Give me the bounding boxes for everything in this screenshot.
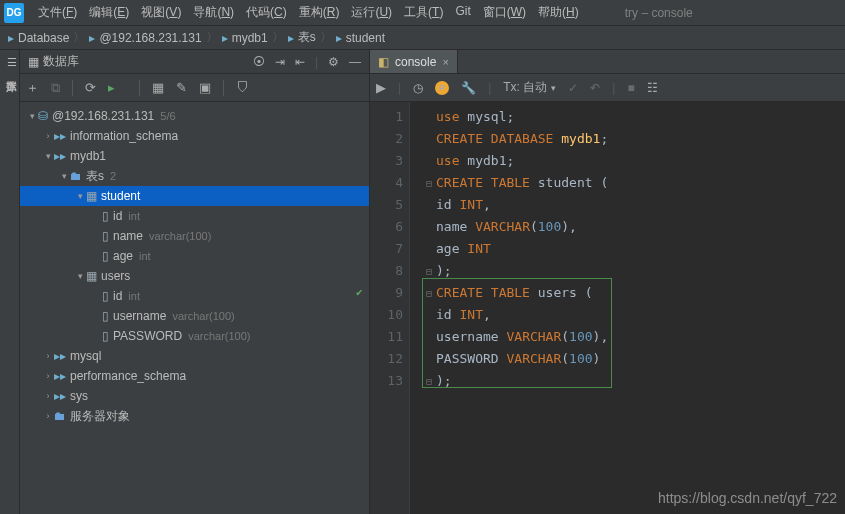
expand-icon[interactable]: ⇤: [295, 55, 305, 69]
tree-server-objects[interactable]: ›🖿服务器对象: [20, 406, 369, 426]
play-icon[interactable]: ▸: [108, 80, 115, 95]
tab-console[interactable]: ◧ console ×: [370, 50, 458, 73]
table-icon: ▸: [336, 31, 342, 45]
code-line[interactable]: ⊟age INT: [426, 238, 845, 260]
schema-icon: ▸▸: [54, 129, 66, 143]
console-icon: ◧: [378, 55, 389, 69]
refresh-icon[interactable]: ⟳: [85, 80, 96, 95]
undo-icon[interactable]: ↶: [590, 81, 600, 95]
gutter-line: 2: [370, 128, 403, 150]
tree-student[interactable]: ▾▦student: [20, 186, 369, 206]
menu-代码[interactable]: 代码(C): [240, 2, 293, 23]
wrench-icon[interactable]: 🔧: [461, 81, 476, 95]
schema-icon: ▸▸: [54, 369, 66, 383]
code-line[interactable]: ⊟name VARCHAR(100),: [426, 216, 845, 238]
gutter-line: 5: [370, 194, 403, 216]
code-line[interactable]: ⊟id INT,: [426, 194, 845, 216]
gutter-line: 13: [370, 370, 403, 392]
menu-视图[interactable]: 视图(V): [135, 2, 187, 23]
add-icon[interactable]: ＋: [26, 79, 39, 97]
fold-icon[interactable]: ⊟: [426, 376, 432, 387]
collapse-icon[interactable]: ⇥: [275, 55, 285, 69]
tree-performance-schema[interactable]: ›▸▸performance_schema: [20, 366, 369, 386]
menu-窗口[interactable]: 窗口(W): [477, 2, 532, 23]
code-line[interactable]: ⊟);: [426, 370, 845, 392]
menu-导航[interactable]: 导航(N): [187, 2, 240, 23]
watermark: https://blog.csdn.net/qyf_722: [658, 490, 837, 506]
tree-users[interactable]: ▾▦users: [20, 266, 369, 286]
schema-icon: ▸: [222, 31, 228, 45]
run-icon[interactable]: ▶: [376, 80, 386, 95]
db-icon: ▦: [28, 55, 39, 69]
menu-运行[interactable]: 运行(U): [345, 2, 398, 23]
grid-icon[interactable]: ▦: [152, 80, 164, 95]
copy-icon[interactable]: ⧉: [51, 80, 60, 96]
code-line[interactable]: ⊟CREATE TABLE student (: [426, 172, 845, 194]
crumb-mydb1[interactable]: ▸mydb1: [222, 31, 268, 45]
menu-重构[interactable]: 重构(R): [293, 2, 346, 23]
breadcrumb: ▸Database〉▸@192.168.231.131〉▸mydb1〉▸表s〉▸…: [0, 26, 845, 50]
code-line[interactable]: ⊟PASSWORD VARCHAR(100): [426, 348, 845, 370]
tree-mydb1[interactable]: ▾▸▸mydb1: [20, 146, 369, 166]
rail-db-icon: ☰: [6, 56, 18, 69]
menu-Git[interactable]: Git: [449, 2, 476, 23]
code-line[interactable]: ⊟CREATE TABLE users (: [426, 282, 845, 304]
left-rail[interactable]: ☰ 数据库: [0, 50, 20, 514]
editor-toolbar: ▶ | ◷ P 🔧 | Tx: 自动▾ ✓ ↶ | ■ ☷: [370, 74, 845, 102]
stop-icon[interactable]: ■: [627, 81, 634, 95]
fold-icon[interactable]: ⊟: [426, 288, 432, 299]
history-icon[interactable]: ◷: [413, 81, 423, 95]
fold-icon[interactable]: ⊟: [426, 178, 432, 189]
menu-帮助[interactable]: 帮助(H): [532, 2, 585, 23]
editor-body[interactable]: 12345678✔910111213 ⊟use mysql;⊟CREATE DA…: [370, 102, 845, 514]
tree-col-id[interactable]: ▯idint: [20, 206, 369, 226]
commit-icon[interactable]: ✓: [568, 81, 578, 95]
menu-文件[interactable]: 文件(F): [32, 2, 83, 23]
crumb-@192.168.231.131[interactable]: ▸@192.168.231.131: [89, 31, 201, 45]
column-icon: ▯: [102, 229, 109, 243]
panel-title: 数据库: [43, 53, 79, 70]
code-line[interactable]: ⊟use mysql;: [426, 106, 845, 128]
code-line[interactable]: ⊟);: [426, 260, 845, 282]
column-icon: ▯: [102, 209, 109, 223]
tree-sys[interactable]: ›▸▸sys: [20, 386, 369, 406]
tree-information-schema[interactable]: ›▸▸information_schema: [20, 126, 369, 146]
tree-col-id[interactable]: ▯idint: [20, 286, 369, 306]
code-area[interactable]: ⊟use mysql;⊟CREATE DATABASE mydb1;⊟use m…: [410, 102, 845, 514]
edit-icon[interactable]: ✎: [176, 80, 187, 95]
crumb-Database[interactable]: ▸Database: [8, 31, 69, 45]
database-tree[interactable]: ▾⛁@192.168.231.1315/6›▸▸information_sche…: [20, 102, 369, 514]
minimize-icon[interactable]: —: [349, 55, 361, 69]
code-line[interactable]: ⊟CREATE DATABASE mydb1;: [426, 128, 845, 150]
menu-工具[interactable]: 工具(T): [398, 2, 449, 23]
gear-icon[interactable]: ⚙: [328, 55, 339, 69]
fold-icon[interactable]: ⊟: [426, 266, 432, 277]
layout-icon[interactable]: ☷: [647, 81, 658, 95]
gutter-line: 12: [370, 348, 403, 370]
tree-mysql[interactable]: ›▸▸mysql: [20, 346, 369, 366]
tree-tables-folder[interactable]: ▾🖿表s2: [20, 166, 369, 186]
folder-icon: 🖿: [54, 409, 66, 423]
tree-col-age[interactable]: ▯ageint: [20, 246, 369, 266]
tree-root[interactable]: ▾⛁@192.168.231.1315/6: [20, 106, 369, 126]
column-icon: ▯: [102, 329, 109, 343]
filter-icon[interactable]: ⛉: [236, 80, 249, 95]
menu-编辑[interactable]: 编辑(E): [83, 2, 135, 23]
code-line[interactable]: ⊟id INT,: [426, 304, 845, 326]
close-icon[interactable]: ×: [442, 56, 448, 68]
target-icon[interactable]: ⦿: [253, 55, 265, 69]
tx-mode[interactable]: Tx: 自动▾: [503, 79, 556, 96]
table-icon: ▦: [86, 269, 97, 283]
tree-col-username[interactable]: ▯usernamevarchar(100): [20, 306, 369, 326]
tree-col-name[interactable]: ▯namevarchar(100): [20, 226, 369, 246]
tree-col-PASSWORD[interactable]: ▯PASSWORDvarchar(100): [20, 326, 369, 346]
rollback-icon[interactable]: P: [435, 81, 449, 95]
code-line[interactable]: ⊟use mydb1;: [426, 150, 845, 172]
gutter-line: 6: [370, 216, 403, 238]
gutter: 12345678✔910111213: [370, 102, 410, 514]
code-line[interactable]: ⊟username VARCHAR(100),: [426, 326, 845, 348]
gutter-line: 10: [370, 304, 403, 326]
console-icon[interactable]: ▣: [199, 80, 211, 95]
crumb-student[interactable]: ▸student: [336, 31, 385, 45]
crumb-表s[interactable]: ▸表s: [288, 29, 316, 46]
